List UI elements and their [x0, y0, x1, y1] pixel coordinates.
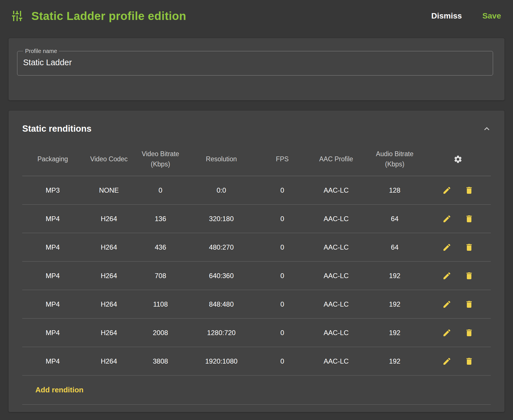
cell-resolution: 848:480 [186, 300, 256, 308]
renditions-card: Static renditions Packaging Video Codec … [9, 111, 504, 412]
cell-fps: 0 [256, 357, 308, 365]
cell-packaging: MP4 [22, 215, 83, 223]
cell-resolution: 1920:1080 [186, 357, 256, 365]
cell-video-bitrate: 2008 [135, 329, 186, 337]
cell-video-bitrate: 1108 [135, 300, 186, 308]
cell-resolution: 320:180 [186, 215, 256, 223]
delete-rendition-button[interactable] [463, 242, 475, 253]
profile-name-input[interactable] [22, 55, 488, 72]
delete-rendition-button[interactable] [463, 299, 475, 310]
cell-fps: 0 [256, 243, 308, 251]
edit-rendition-button[interactable] [441, 356, 453, 367]
cell-video-codec: H264 [83, 272, 135, 280]
table-row: MP4 H264 3808 1920:1080 0 AAC-LC 192 [22, 347, 491, 376]
add-rendition-row: Add rendition [22, 376, 491, 405]
pencil-icon [442, 300, 451, 309]
cell-actions [425, 242, 491, 253]
cell-video-codec: NONE [83, 186, 135, 194]
cell-video-bitrate: 3808 [135, 357, 186, 365]
renditions-table-body: MP3 NONE 0 0:0 0 AAC-LC 128 MP4 H264 136… [22, 176, 491, 376]
cell-video-bitrate: 136 [135, 215, 186, 223]
edit-rendition-button[interactable] [441, 242, 453, 253]
cell-fps: 0 [256, 272, 308, 280]
pencil-icon [442, 186, 451, 195]
delete-rendition-button[interactable] [463, 270, 475, 282]
trash-icon [465, 271, 474, 280]
add-rendition-button[interactable]: Add rendition [22, 386, 84, 394]
cell-audio-bitrate: 64 [364, 243, 425, 251]
cell-actions [425, 270, 491, 282]
profile-card: Profile name [9, 38, 504, 100]
cell-actions [425, 213, 491, 225]
trash-icon [465, 328, 474, 337]
renditions-card-head: Static renditions [9, 120, 504, 139]
column-header-fps: FPS [256, 154, 308, 164]
cell-actions [425, 185, 491, 196]
cell-packaging: MP4 [22, 243, 83, 251]
cell-packaging: MP4 [22, 272, 83, 280]
table-row: MP4 H264 1108 848:480 0 AAC-LC 192 [22, 290, 491, 319]
table-row: MP3 NONE 0 0:0 0 AAC-LC 128 [22, 176, 491, 205]
save-button[interactable]: Save [481, 10, 502, 22]
cell-video-codec: H264 [83, 329, 135, 337]
table-header-row: Packaging Video Codec Video Bitrate (Kbp… [22, 142, 491, 176]
table-row: MP4 H264 2008 1280:720 0 AAC-LC 192 [22, 319, 491, 347]
edit-rendition-button[interactable] [441, 270, 453, 282]
page: Static Ladder profile edition Dismiss Sa… [0, 0, 513, 420]
trash-icon [465, 186, 474, 195]
column-header-aac-profile: AAC Profile [308, 154, 364, 164]
collapse-section-button[interactable] [481, 123, 493, 135]
cell-audio-bitrate: 192 [364, 272, 425, 280]
cell-aac-profile: AAC-LC [308, 215, 364, 223]
cell-video-bitrate: 708 [135, 272, 186, 280]
trash-icon [465, 357, 474, 366]
edit-rendition-button[interactable] [441, 327, 453, 339]
pencil-icon [442, 243, 451, 252]
cell-fps: 0 [256, 215, 308, 223]
cell-packaging: MP3 [22, 186, 83, 194]
cell-audio-bitrate: 128 [364, 186, 425, 194]
delete-rendition-button[interactable] [463, 185, 475, 196]
cell-actions [425, 327, 491, 339]
cell-packaging: MP4 [22, 329, 83, 337]
cell-video-bitrate: 0 [135, 186, 186, 194]
delete-rendition-button[interactable] [463, 213, 475, 225]
profile-name-field: Profile name [17, 48, 493, 76]
renditions-title: Static renditions [22, 124, 91, 134]
column-header-actions [425, 155, 491, 164]
pencil-icon [442, 271, 451, 280]
column-header-video-bitrate: Video Bitrate (Kbps) [135, 149, 186, 169]
delete-rendition-button[interactable] [463, 327, 475, 339]
cell-video-codec: H264 [83, 215, 135, 223]
column-header-packaging: Packaging [22, 154, 83, 164]
edit-rendition-button[interactable] [441, 213, 453, 225]
edit-rendition-button[interactable] [441, 299, 453, 310]
cell-video-codec: H264 [83, 300, 135, 308]
chevron-up-icon [482, 124, 492, 134]
pencil-icon [442, 357, 451, 366]
cell-fps: 0 [256, 300, 308, 308]
pencil-icon [442, 214, 451, 223]
cell-resolution: 640:360 [186, 272, 256, 280]
cell-audio-bitrate: 64 [364, 215, 425, 223]
table-row: MP4 H264 136 320:180 0 AAC-LC 64 [22, 205, 491, 233]
page-title: Static Ladder profile edition [31, 10, 186, 23]
cell-actions [425, 356, 491, 367]
cell-video-codec: H264 [83, 357, 135, 365]
cell-audio-bitrate: 192 [364, 329, 425, 337]
cell-audio-bitrate: 192 [364, 357, 425, 365]
renditions-table: Packaging Video Codec Video Bitrate (Kbp… [22, 142, 491, 405]
cell-resolution: 1280:720 [186, 329, 256, 337]
dismiss-button[interactable]: Dismiss [430, 10, 463, 22]
pencil-icon [442, 328, 451, 337]
cell-aac-profile: AAC-LC [308, 357, 364, 365]
cell-aac-profile: AAC-LC [308, 329, 364, 337]
edit-rendition-button[interactable] [441, 185, 453, 196]
gear-icon [453, 155, 463, 164]
column-header-audio-bitrate: Audio Bitrate (Kbps) [364, 149, 425, 169]
tune-icon [10, 9, 24, 23]
cell-actions [425, 299, 491, 310]
delete-rendition-button[interactable] [463, 356, 475, 367]
cell-aac-profile: AAC-LC [308, 243, 364, 251]
trash-icon [465, 243, 474, 252]
